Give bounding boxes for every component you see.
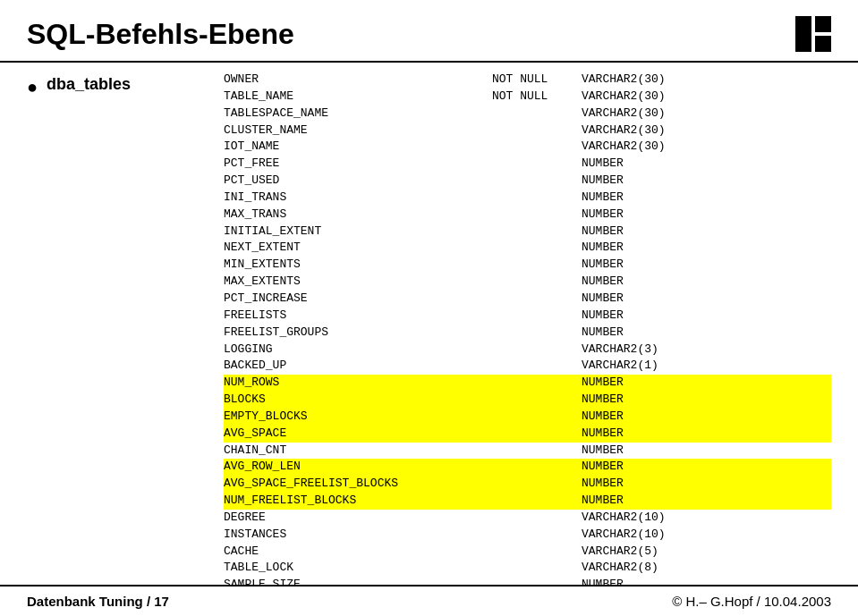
table-row: MIN_EXTENTSNUMBER xyxy=(224,257,831,274)
page-title: SQL-Befehls-Ebene xyxy=(27,18,294,51)
column-name: MIN_EXTENTS xyxy=(224,257,492,274)
table-row: TABLE_NAMENOT NULLVARCHAR2(30) xyxy=(224,89,831,105)
column-name: AVG_ROW_LEN xyxy=(224,459,492,476)
column-name: NEXT_EXTENT xyxy=(224,240,492,257)
column-null: NOT NULL xyxy=(492,72,582,89)
column-name: SAMPLE_SIZE xyxy=(224,577,492,585)
column-type: VARCHAR2(1) xyxy=(582,358,658,375)
table-row: BACKED_UPVARCHAR2(1) xyxy=(224,358,831,375)
column-type: NUMBER xyxy=(582,240,624,257)
column-name: OWNER xyxy=(224,72,492,89)
column-type: NUMBER xyxy=(582,224,624,240)
table-row: TABLE_LOCKVARCHAR2(8) xyxy=(224,560,831,577)
logo-icon xyxy=(795,16,831,52)
column-name: TABLESPACE_NAME xyxy=(224,105,492,122)
table-row: INITIAL_EXTENTNUMBER xyxy=(224,224,831,240)
footer-left: Datenbank Tuning / 17 xyxy=(27,594,169,609)
column-type: NUMBER xyxy=(582,476,624,493)
column-type: NUMBER xyxy=(582,274,624,291)
column-name: TABLE_LOCK xyxy=(224,560,492,577)
column-name: NUM_FREELIST_BLOCKS xyxy=(224,493,492,510)
column-type: VARCHAR2(3) xyxy=(582,342,658,359)
column-type: NUMBER xyxy=(582,325,624,342)
footer: Datenbank Tuning / 17 © H.– G.Hopf / 10.… xyxy=(0,585,858,616)
table-row: EMPTY_BLOCKSNUMBER xyxy=(224,409,831,426)
column-name: EMPTY_BLOCKS xyxy=(224,409,492,426)
table-row: BLOCKSNUMBER xyxy=(224,392,831,409)
svg-rect-0 xyxy=(795,16,811,52)
svg-rect-2 xyxy=(815,36,831,52)
table-row: OWNERNOT NULLVARCHAR2(30) xyxy=(224,72,831,89)
column-type: NUMBER xyxy=(582,459,624,476)
column-name: NUM_ROWS xyxy=(224,375,492,392)
table-row: LOGGINGVARCHAR2(3) xyxy=(224,342,831,359)
column-name: BACKED_UP xyxy=(224,358,492,375)
table-row: NEXT_EXTENTNUMBER xyxy=(224,240,831,257)
column-type: NUMBER xyxy=(582,308,624,325)
column-name: AVG_SPACE xyxy=(224,426,492,443)
column-type: VARCHAR2(30) xyxy=(582,122,666,139)
table-row: DEGREEVARCHAR2(10) xyxy=(224,510,831,527)
column-type: VARCHAR2(30) xyxy=(582,72,666,89)
column-type: NUMBER xyxy=(582,443,624,460)
column-type: NUMBER xyxy=(582,375,624,392)
column-name: PCT_USED xyxy=(224,173,492,190)
column-name: MAX_TRANS xyxy=(224,207,492,224)
column-name: FREELIST_GROUPS xyxy=(224,325,492,342)
table-row: NUM_ROWSNUMBER xyxy=(224,375,831,392)
footer-right: © H.– G.Hopf / 10.04.2003 xyxy=(672,594,831,609)
column-type: NUMBER xyxy=(582,190,624,207)
column-name: PCT_FREE xyxy=(224,156,492,173)
table-row: PCT_USEDNUMBER xyxy=(224,173,831,190)
table-row: FREELIST_GROUPSNUMBER xyxy=(224,325,831,342)
table-row: TABLESPACE_NAMEVARCHAR2(30) xyxy=(224,105,831,122)
table-row: MAX_EXTENTSNUMBER xyxy=(224,274,831,291)
column-name: PCT_INCREASE xyxy=(224,291,492,308)
page-container: SQL-Befehls-Ebene ● dba_tables OWNERNOT … xyxy=(0,0,858,616)
code-section: OWNERNOT NULLVARCHAR2(30)TABLE_NAMENOT N… xyxy=(224,72,831,576)
column-type: VARCHAR2(10) xyxy=(582,527,666,544)
table-row: AVG_ROW_LENNUMBER xyxy=(224,459,831,476)
column-name: IOT_NAME xyxy=(224,139,492,156)
column-type: NUMBER xyxy=(582,392,624,409)
column-type: VARCHAR2(10) xyxy=(582,510,666,527)
column-type: NUMBER xyxy=(582,577,624,585)
column-type: NUMBER xyxy=(582,493,624,510)
column-type: NUMBER xyxy=(582,173,624,190)
column-name: LOGGING xyxy=(224,342,492,359)
table-row: SAMPLE_SIZENUMBER xyxy=(224,577,831,585)
table-row: CHAIN_CNTNUMBER xyxy=(224,443,831,460)
table-row: INSTANCESVARCHAR2(10) xyxy=(224,527,831,544)
table-label: dba_tables xyxy=(47,75,131,94)
column-name: INSTANCES xyxy=(224,527,492,544)
column-type: VARCHAR2(30) xyxy=(582,139,666,156)
column-name: INI_TRANS xyxy=(224,190,492,207)
column-type: NUMBER xyxy=(582,426,624,443)
column-null: NOT NULL xyxy=(492,89,582,105)
column-type: VARCHAR2(5) xyxy=(582,544,658,561)
column-type: NUMBER xyxy=(582,207,624,224)
table-row: MAX_TRANSNUMBER xyxy=(224,207,831,224)
table-row: CLUSTER_NAMEVARCHAR2(30) xyxy=(224,122,831,139)
column-type: NUMBER xyxy=(582,409,624,426)
bullet-icon: ● xyxy=(27,77,38,97)
column-type: VARCHAR2(8) xyxy=(582,560,658,577)
column-name: CACHE xyxy=(224,544,492,561)
column-type: VARCHAR2(30) xyxy=(582,89,666,105)
table-row: AVG_SPACE_FREELIST_BLOCKSNUMBER xyxy=(224,476,831,493)
column-name: MAX_EXTENTS xyxy=(224,274,492,291)
column-type: VARCHAR2(30) xyxy=(582,105,666,122)
column-name: BLOCKS xyxy=(224,392,492,409)
column-name: INITIAL_EXTENT xyxy=(224,224,492,240)
column-type: NUMBER xyxy=(582,257,624,274)
table-row: IOT_NAMEVARCHAR2(30) xyxy=(224,139,831,156)
column-name: CHAIN_CNT xyxy=(224,443,492,460)
table-row: NUM_FREELIST_BLOCKSNUMBER xyxy=(224,493,831,510)
main-content: ● dba_tables OWNERNOT NULLVARCHAR2(30)TA… xyxy=(0,63,858,585)
column-name: AVG_SPACE_FREELIST_BLOCKS xyxy=(224,476,492,493)
column-name: DEGREE xyxy=(224,510,492,527)
table-row: CACHEVARCHAR2(5) xyxy=(224,544,831,561)
column-name: CLUSTER_NAME xyxy=(224,122,492,139)
column-type: NUMBER xyxy=(582,156,624,173)
left-section: ● dba_tables xyxy=(27,72,224,576)
